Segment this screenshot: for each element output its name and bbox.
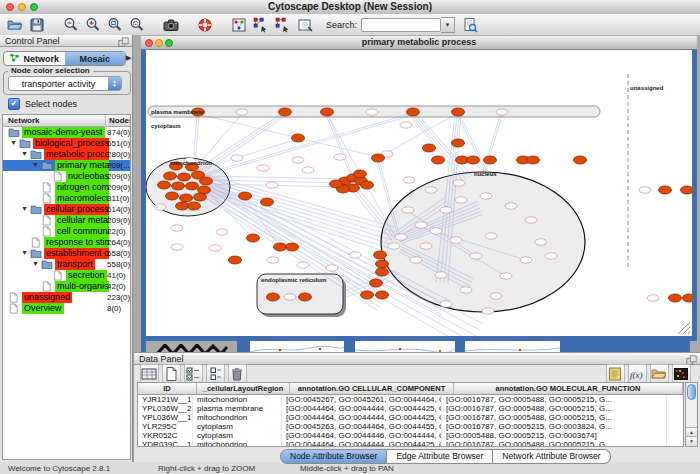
table-row[interactable]: YPL036W__2plasma membrane[GO:0044464, GO… xyxy=(138,404,683,413)
tree-row[interactable]: nitrogen compound209(0) xyxy=(3,182,130,193)
unselect-attributes-icon[interactable] xyxy=(206,364,225,383)
term-node xyxy=(647,295,659,301)
open-attributes-icon[interactable] xyxy=(650,364,669,383)
term-node xyxy=(520,257,532,263)
table-row[interactable]: YLR295Ccytoplasm[GO:0045263, GO:0044464,… xyxy=(138,422,683,431)
expander-icon[interactable]: ▼ xyxy=(10,139,17,146)
tree-row-label[interactable]: cellular process xyxy=(44,204,109,215)
node-color-dropdown[interactable]: transporter activity ▲▼ xyxy=(8,76,122,91)
tree-row-label[interactable]: nitrogen compound xyxy=(55,182,109,193)
tree-row-label[interactable]: establishment of localization xyxy=(44,248,109,259)
attribute-select-icon[interactable] xyxy=(140,364,159,383)
vizmapper-icon[interactable] xyxy=(230,16,248,34)
destroy-view-icon[interactable] xyxy=(274,16,292,34)
term-node xyxy=(525,217,537,223)
search-input[interactable] xyxy=(361,18,441,32)
tree-row[interactable]: secretion41(0) xyxy=(3,270,130,281)
table-column-header[interactable]: annotation.GO CELLULAR_COMPONENT xyxy=(290,383,454,394)
tab-mosaic[interactable]: Mosaic xyxy=(65,52,126,65)
create-view-icon[interactable] xyxy=(252,16,270,34)
protein-node xyxy=(374,251,387,259)
tree-row[interactable]: cell communication22(0) xyxy=(3,226,130,237)
tree-row-label[interactable]: transport xyxy=(55,259,95,270)
tree-row-label[interactable]: primary metabolic process xyxy=(55,160,109,171)
table-scrollbar[interactable]: ▲ ▼ xyxy=(685,382,698,447)
network-canvas[interactable]: plasma membranecytoplasmmitochondrionnuc… xyxy=(146,50,692,336)
tree-row[interactable]: multi-organism process42(0) xyxy=(3,281,130,292)
tree-row[interactable]: macromolecule311(0) xyxy=(3,193,130,204)
import-attributes-icon[interactable] xyxy=(606,364,625,383)
tree-row[interactable]: nucleobase-containing209(0) xyxy=(3,171,130,182)
tree-row[interactable]: Overview8(0) xyxy=(3,303,130,314)
tree-row[interactable]: mosaic-demo-yeast874(0) xyxy=(3,127,130,138)
tree-row[interactable]: ▼transport558(0) xyxy=(3,259,130,270)
tree-row-label[interactable]: metabolic process xyxy=(44,149,109,160)
float-panel-icon[interactable] xyxy=(118,37,129,50)
table-row[interactable]: YPL036W__1mitochondrion[GO:0044464, GO:0… xyxy=(138,413,683,422)
new-attribute-icon[interactable] xyxy=(162,364,181,383)
snapshot-icon[interactable] xyxy=(162,16,180,34)
network-view-title: primary metabolic process xyxy=(141,37,697,47)
tree-row-label[interactable]: macromolecule xyxy=(55,193,109,204)
help-icon[interactable] xyxy=(196,16,214,34)
tree-row-label[interactable]: response to stimulus xyxy=(44,237,109,248)
advanced-search-icon[interactable] xyxy=(461,16,479,34)
tree-row-label[interactable]: nucleobase-containing xyxy=(66,171,109,182)
table-column-header[interactable]: ID xyxy=(138,383,197,394)
term-node xyxy=(535,239,547,245)
expander-icon[interactable]: ▼ xyxy=(32,260,39,267)
expander-icon[interactable]: ▼ xyxy=(21,150,28,157)
expander-icon[interactable]: ▼ xyxy=(21,205,28,212)
tree-row[interactable]: cellular metabolic process209(0) xyxy=(3,215,130,226)
tab-scroll-right-icon[interactable]: ▶ xyxy=(126,54,131,62)
select-attributes-icon[interactable] xyxy=(184,364,203,383)
table-column-header[interactable]: _cellularLayoutRegion xyxy=(197,383,290,394)
tree-row[interactable]: ▼cellular process614(0) xyxy=(3,204,130,215)
table-cell: [GO:0016787, GO:0005488, GO:0005215, G..… xyxy=(442,404,667,413)
formula-builder-icon[interactable]: f(x) xyxy=(628,364,647,383)
expander-icon[interactable]: ▼ xyxy=(21,249,28,256)
save-icon[interactable] xyxy=(28,16,46,34)
zoom-in-icon[interactable] xyxy=(84,16,102,34)
zoom-fit-icon[interactable] xyxy=(106,16,124,34)
zoom-out-icon[interactable] xyxy=(62,16,80,34)
tree-row-label[interactable]: biological_process xyxy=(33,138,109,149)
attribute-matrix-icon[interactable] xyxy=(672,364,691,383)
tree-row-label[interactable]: cellular metabolic process xyxy=(55,215,109,226)
scroll-down-button[interactable]: ▼ xyxy=(686,436,697,446)
term-node xyxy=(297,262,309,268)
table-row[interactable]: YJR121W__1mitochondrion[GO:0045267, GO:0… xyxy=(138,395,683,404)
table-row[interactable]: YDR039C__1mitochondrion[GO:0044464, GO:0… xyxy=(138,440,683,447)
protein-node xyxy=(292,134,305,142)
protein-node xyxy=(484,156,497,164)
tree-row[interactable]: ▼establishment of localization558(0) xyxy=(3,248,130,259)
tree-row-label[interactable]: multi-organism process xyxy=(55,281,109,292)
table-row[interactable]: YKR052Ccytoplasm[GO:0044464, GO:0044446,… xyxy=(138,431,683,440)
tree-row[interactable]: ▼metabolic process280(0) xyxy=(3,149,130,160)
tree-row-label[interactable]: mosaic-demo-yeast xyxy=(22,127,105,138)
delete-attribute-icon[interactable] xyxy=(228,364,247,383)
annotation-icon[interactable] xyxy=(296,16,314,34)
tree-row-label[interactable]: unassigned xyxy=(22,292,72,303)
node-color-dropdown-value: transporter activity xyxy=(9,79,108,89)
tree-row-label[interactable]: cell communication xyxy=(55,226,109,237)
expander-icon[interactable]: ▼ xyxy=(32,161,39,168)
protein-node xyxy=(376,291,389,299)
open-file-icon[interactable] xyxy=(6,16,24,34)
scrollbar-thumb[interactable] xyxy=(687,384,696,400)
table-column-header[interactable]: annotation.GO MOLECULAR_FUNCTION xyxy=(454,383,683,394)
tree-row[interactable]: response to stimulus264(0) xyxy=(3,237,130,248)
tree-row-count: 8(0) xyxy=(107,303,131,314)
select-nodes-checkbox[interactable]: ✓ xyxy=(8,98,20,110)
tree-row[interactable]: ▼biological_process651(0) xyxy=(3,138,130,149)
protein-node xyxy=(354,170,367,178)
tree-row[interactable]: unassigned223(0) xyxy=(3,292,130,303)
tree-row[interactable]: ▼primary metabolic process209(... xyxy=(3,160,130,171)
zoom-selected-icon[interactable] xyxy=(128,16,146,34)
tree-row-label[interactable]: secretion xyxy=(66,270,107,281)
tab-network[interactable]: Network xyxy=(4,52,65,65)
control-panel-title: Control Panel xyxy=(5,36,60,46)
search-dropdown-arrow[interactable]: ▼ xyxy=(441,17,455,33)
tree-row-label[interactable]: Overview xyxy=(22,303,64,314)
tree-row-count: 558(0) xyxy=(107,259,131,270)
